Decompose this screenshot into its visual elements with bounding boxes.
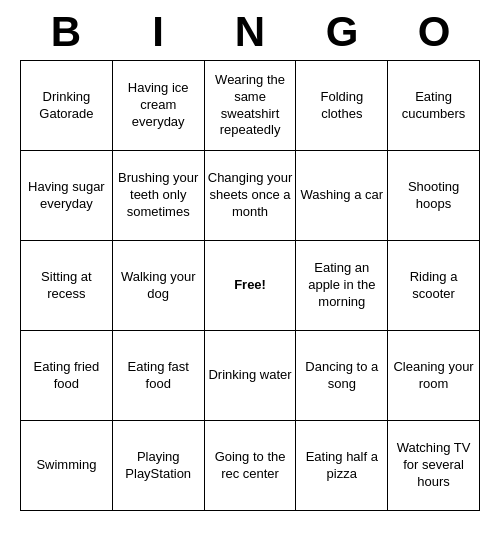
- cell-r0-c4: Eating cucumbers: [388, 61, 480, 151]
- bingo-header: BINGO: [20, 0, 480, 60]
- cell-r2-c1: Walking your dog: [112, 241, 204, 331]
- bingo-grid: Drinking GatoradeHaving ice cream everyd…: [20, 60, 480, 511]
- cell-r3-c0: Eating fried food: [21, 331, 113, 421]
- bingo-letter-B: B: [26, 8, 106, 56]
- cell-r2-c0: Sitting at recess: [21, 241, 113, 331]
- cell-r2-c3: Eating an apple in the morning: [296, 241, 388, 331]
- cell-r4-c2: Going to the rec center: [204, 421, 296, 511]
- cell-r3-c1: Eating fast food: [112, 331, 204, 421]
- cell-r1-c1: Brushing your teeth only sometimes: [112, 151, 204, 241]
- bingo-letter-O: O: [394, 8, 474, 56]
- bingo-letter-G: G: [302, 8, 382, 56]
- cell-r3-c3: Dancing to a song: [296, 331, 388, 421]
- cell-r1-c4: Shooting hoops: [388, 151, 480, 241]
- cell-r4-c4: Watching TV for several hours: [388, 421, 480, 511]
- table-row: Sitting at recessWalking your dogFree!Ea…: [21, 241, 480, 331]
- cell-r4-c1: Playing PlayStation: [112, 421, 204, 511]
- bingo-letter-I: I: [118, 8, 198, 56]
- table-row: SwimmingPlaying PlayStationGoing to the …: [21, 421, 480, 511]
- cell-r1-c0: Having sugar everyday: [21, 151, 113, 241]
- cell-r0-c2: Wearing the same sweatshirt repeatedly: [204, 61, 296, 151]
- cell-r4-c3: Eating half a pizza: [296, 421, 388, 511]
- cell-r0-c0: Drinking Gatorade: [21, 61, 113, 151]
- cell-r2-c4: Riding a scooter: [388, 241, 480, 331]
- table-row: Drinking GatoradeHaving ice cream everyd…: [21, 61, 480, 151]
- cell-r0-c1: Having ice cream everyday: [112, 61, 204, 151]
- cell-r3-c2: Drinking water: [204, 331, 296, 421]
- cell-r2-c2: Free!: [204, 241, 296, 331]
- table-row: Having sugar everydayBrushing your teeth…: [21, 151, 480, 241]
- cell-r1-c2: Changing your sheets once a month: [204, 151, 296, 241]
- table-row: Eating fried foodEating fast foodDrinkin…: [21, 331, 480, 421]
- cell-r1-c3: Washing a car: [296, 151, 388, 241]
- bingo-letter-N: N: [210, 8, 290, 56]
- cell-r4-c0: Swimming: [21, 421, 113, 511]
- cell-r0-c3: Folding clothes: [296, 61, 388, 151]
- cell-r3-c4: Cleaning your room: [388, 331, 480, 421]
